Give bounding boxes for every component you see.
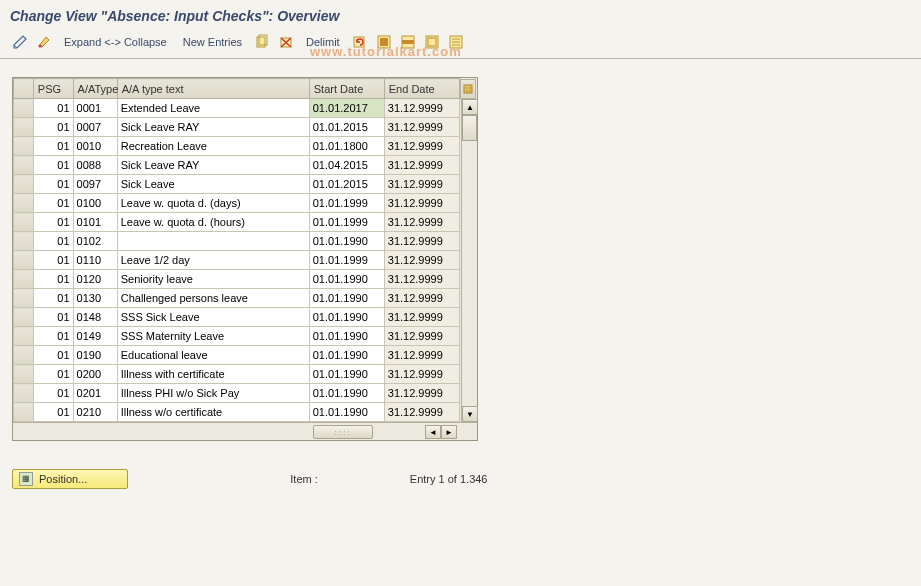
new-entries-button[interactable]: New Entries — [177, 36, 248, 48]
cell-psg[interactable]: 01 — [33, 327, 73, 346]
select-block-icon[interactable] — [398, 32, 418, 52]
cell-end[interactable]: 31.12.9999 — [384, 346, 459, 365]
cell-psg[interactable]: 01 — [33, 175, 73, 194]
col-header-end[interactable]: End Date — [384, 79, 459, 99]
cell-start[interactable]: 01.01.1990 — [309, 308, 384, 327]
other-entry-icon[interactable] — [34, 32, 54, 52]
col-header-start[interactable]: Start Date — [309, 79, 384, 99]
cell-start[interactable]: 01.01.1990 — [309, 327, 384, 346]
select-all-icon[interactable] — [374, 32, 394, 52]
col-header-aatext[interactable]: A/A type text — [117, 79, 309, 99]
col-header-aatype[interactable]: A/AType — [73, 79, 117, 99]
col-header-psg[interactable]: PSG — [33, 79, 73, 99]
cell-aatext[interactable]: Leave w. quota d. (days) — [117, 194, 309, 213]
cell-end[interactable]: 31.12.9999 — [384, 365, 459, 384]
row-selector-header[interactable] — [14, 79, 34, 99]
undo-change-icon[interactable] — [350, 32, 370, 52]
cell-start[interactable]: 01.01.2015 — [309, 175, 384, 194]
cell-start[interactable]: 01.01.1999 — [309, 194, 384, 213]
row-selector[interactable] — [14, 175, 34, 194]
row-selector[interactable] — [14, 308, 34, 327]
toggle-display-change-icon[interactable] — [10, 32, 30, 52]
cell-psg[interactable]: 01 — [33, 137, 73, 156]
cell-aatype[interactable]: 0001 — [73, 99, 117, 118]
cell-start[interactable]: 01.01.1990 — [309, 346, 384, 365]
cell-aatype[interactable]: 0120 — [73, 270, 117, 289]
cell-aatext[interactable] — [117, 232, 309, 251]
cell-psg[interactable]: 01 — [33, 99, 73, 118]
cell-psg[interactable]: 01 — [33, 346, 73, 365]
delimit-button[interactable]: Delimit — [300, 36, 346, 48]
cell-aatype[interactable]: 0088 — [73, 156, 117, 175]
row-selector[interactable] — [14, 137, 34, 156]
cell-aatype[interactable]: 0130 — [73, 289, 117, 308]
cell-start[interactable]: 01.01.1990 — [309, 365, 384, 384]
cell-psg[interactable]: 01 — [33, 232, 73, 251]
copy-as-icon[interactable] — [252, 32, 272, 52]
cell-aatext[interactable]: Recreation Leave — [117, 137, 309, 156]
cell-end[interactable]: 31.12.9999 — [384, 175, 459, 194]
cell-aatype[interactable]: 0201 — [73, 384, 117, 403]
row-selector[interactable] — [14, 251, 34, 270]
row-selector[interactable] — [14, 346, 34, 365]
cell-aatext[interactable]: Extended Leave — [117, 99, 309, 118]
position-button[interactable]: ▦ Position... — [12, 469, 128, 489]
table-settings-icon[interactable] — [460, 79, 476, 99]
cell-start[interactable]: 01.01.1990 — [309, 289, 384, 308]
cell-end[interactable]: 31.12.9999 — [384, 308, 459, 327]
deselect-all-icon[interactable] — [422, 32, 442, 52]
cell-start[interactable]: 01.01.1990 — [309, 232, 384, 251]
cell-aatype[interactable]: 0110 — [73, 251, 117, 270]
cell-psg[interactable]: 01 — [33, 270, 73, 289]
cell-aatype[interactable]: 0007 — [73, 118, 117, 137]
cell-end[interactable]: 31.12.9999 — [384, 232, 459, 251]
cell-aatext[interactable]: Illness with certificate — [117, 365, 309, 384]
row-selector[interactable] — [14, 118, 34, 137]
column-resize-grip[interactable]: :::: — [313, 425, 373, 439]
scroll-down-button[interactable]: ▼ — [462, 406, 478, 422]
cell-end[interactable]: 31.12.9999 — [384, 327, 459, 346]
scroll-right-button[interactable]: ► — [441, 425, 457, 439]
cell-aatype[interactable]: 0200 — [73, 365, 117, 384]
cell-aatext[interactable]: Leave w. quota d. (hours) — [117, 213, 309, 232]
cell-aatext[interactable]: Illness PHI w/o Sick Pay — [117, 384, 309, 403]
cell-end[interactable]: 31.12.9999 — [384, 213, 459, 232]
cell-psg[interactable]: 01 — [33, 289, 73, 308]
cell-start[interactable]: 01.01.1990 — [309, 270, 384, 289]
row-selector[interactable] — [14, 365, 34, 384]
cell-psg[interactable]: 01 — [33, 308, 73, 327]
delete-icon[interactable] — [276, 32, 296, 52]
cell-end[interactable]: 31.12.9999 — [384, 118, 459, 137]
cell-end[interactable]: 31.12.9999 — [384, 403, 459, 422]
cell-aatype[interactable]: 0210 — [73, 403, 117, 422]
row-selector[interactable] — [14, 384, 34, 403]
cell-aatype[interactable]: 0148 — [73, 308, 117, 327]
cell-psg[interactable]: 01 — [33, 156, 73, 175]
cell-aatype[interactable]: 0190 — [73, 346, 117, 365]
cell-aatext[interactable]: Educational leave — [117, 346, 309, 365]
scroll-up-button[interactable]: ▲ — [462, 99, 478, 115]
scroll-thumb[interactable] — [462, 115, 477, 141]
cell-aatype[interactable]: 0097 — [73, 175, 117, 194]
scroll-track[interactable] — [462, 115, 477, 406]
cell-aatext[interactable]: Seniority leave — [117, 270, 309, 289]
cell-psg[interactable]: 01 — [33, 194, 73, 213]
cell-aatext[interactable]: Illness w/o certificate — [117, 403, 309, 422]
cell-end[interactable]: 31.12.9999 — [384, 251, 459, 270]
cell-start[interactable]: 01.01.1800 — [309, 137, 384, 156]
row-selector[interactable] — [14, 327, 34, 346]
cell-end[interactable]: 31.12.9999 — [384, 137, 459, 156]
cell-end[interactable]: 31.12.9999 — [384, 194, 459, 213]
row-selector[interactable] — [14, 270, 34, 289]
cell-start[interactable]: 01.01.1990 — [309, 403, 384, 422]
cell-aatype[interactable]: 0149 — [73, 327, 117, 346]
cell-aatype[interactable]: 0100 — [73, 194, 117, 213]
cell-end[interactable]: 31.12.9999 — [384, 289, 459, 308]
cell-psg[interactable]: 01 — [33, 213, 73, 232]
cell-psg[interactable]: 01 — [33, 403, 73, 422]
cell-start[interactable]: 01.01.1999 — [309, 213, 384, 232]
row-selector[interactable] — [14, 403, 34, 422]
row-selector[interactable] — [14, 213, 34, 232]
cell-aatype[interactable]: 0102 — [73, 232, 117, 251]
cell-start[interactable]: 01.01.2017 — [309, 99, 384, 118]
